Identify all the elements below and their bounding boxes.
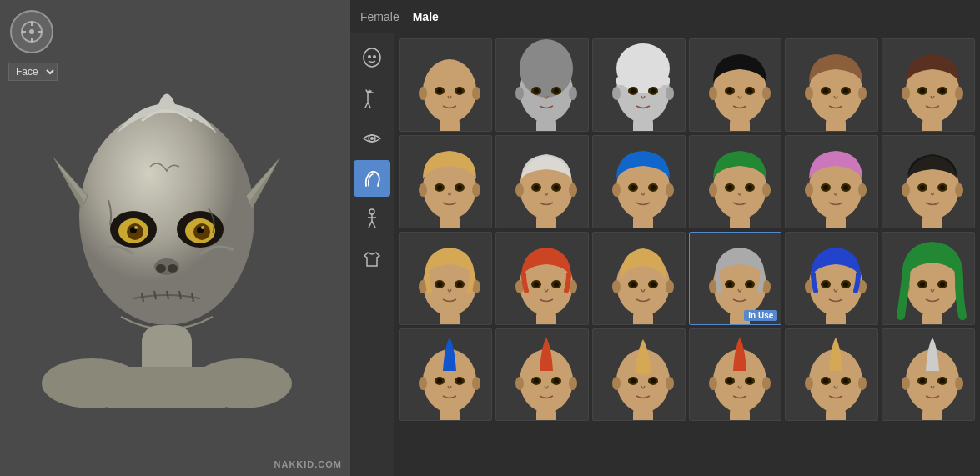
hair-cell[interactable] [495, 328, 589, 422]
svg-point-145 [457, 282, 462, 287]
hair-cell[interactable] [592, 38, 686, 132]
hair-cell[interactable] [399, 232, 492, 325]
rotate-control[interactable] [10, 10, 53, 53]
hair-grid-panel: In Use [394, 33, 980, 476]
svg-point-117 [762, 183, 771, 197]
svg-point-93 [472, 183, 480, 197]
svg-point-58 [612, 87, 621, 100]
svg-point-85 [955, 87, 963, 100]
svg-point-45 [437, 88, 442, 93]
svg-point-125 [858, 183, 867, 197]
svg-point-192 [437, 378, 442, 383]
hair-category-icon[interactable] [354, 160, 390, 197]
svg-rect-61 [616, 77, 670, 85]
svg-point-50 [569, 87, 577, 100]
svg-point-100 [515, 183, 524, 197]
svg-point-108 [612, 183, 621, 197]
gender-tabs: Female Male [350, 0, 980, 33]
svg-point-233 [940, 378, 945, 383]
svg-point-49 [515, 87, 524, 100]
svg-point-77 [858, 87, 867, 100]
svg-point-33 [370, 137, 374, 140]
svg-point-229 [955, 377, 963, 390]
svg-point-157 [666, 280, 674, 293]
svg-point-105 [554, 185, 559, 190]
hair-cell[interactable] [592, 135, 686, 228]
svg-point-188 [419, 377, 427, 390]
svg-point-92 [419, 183, 427, 197]
in-use-badge: In Use [744, 310, 777, 321]
svg-point-80 [823, 88, 828, 93]
svg-point-217 [747, 378, 752, 383]
hair-cell[interactable] [592, 328, 686, 422]
hair-cell[interactable] [785, 38, 878, 132]
female-tab[interactable]: Female [360, 7, 400, 27]
svg-point-224 [823, 378, 828, 383]
hair-cell[interactable] [882, 135, 975, 228]
hair-cell[interactable] [399, 135, 492, 228]
hair-cell[interactable] [882, 328, 975, 422]
svg-point-76 [805, 87, 813, 100]
svg-point-176 [823, 282, 828, 287]
hair-cell[interactable] [785, 232, 878, 325]
svg-point-216 [727, 378, 732, 383]
svg-point-19 [168, 264, 178, 273]
hair-cell[interactable] [399, 328, 492, 422]
svg-point-81 [843, 88, 848, 93]
figure-category-icon[interactable] [354, 200, 390, 237]
svg-point-42 [472, 87, 480, 100]
svg-point-228 [902, 377, 910, 390]
svg-point-88 [920, 88, 925, 93]
svg-point-59 [666, 87, 674, 100]
svg-point-54 [534, 88, 539, 93]
svg-point-212 [709, 377, 717, 390]
svg-point-51 [520, 39, 573, 98]
hair-cell[interactable] [689, 328, 782, 422]
svg-point-40 [423, 59, 476, 123]
svg-point-221 [858, 377, 867, 390]
hair-cell[interactable] [689, 135, 782, 228]
main-content: In Use [350, 33, 980, 476]
face-category-icon[interactable] [354, 40, 390, 77]
svg-point-97 [457, 185, 462, 190]
hair-cell[interactable] [399, 38, 492, 132]
svg-point-18 [156, 264, 166, 273]
svg-point-137 [940, 185, 945, 190]
hair-cell[interactable] [882, 232, 975, 325]
svg-point-124 [805, 183, 813, 197]
svg-point-168 [727, 282, 732, 287]
hair-cell[interactable] [592, 232, 686, 325]
clothing-category-icon[interactable] [354, 240, 390, 277]
svg-rect-28 [108, 367, 225, 408]
hair-cell[interactable] [495, 135, 589, 228]
svg-point-104 [534, 185, 539, 190]
svg-point-201 [554, 378, 559, 383]
hair-cell[interactable] [785, 328, 878, 422]
svg-line-38 [372, 221, 375, 228]
svg-point-185 [940, 282, 945, 287]
right-panel: Female Male [350, 0, 980, 476]
body-category-icon[interactable] [354, 80, 390, 117]
svg-point-30 [368, 55, 371, 58]
hair-cell[interactable] [689, 38, 782, 132]
hair-cell[interactable] [495, 38, 589, 132]
svg-point-101 [569, 183, 577, 197]
svg-point-29 [364, 48, 380, 67]
svg-point-120 [727, 185, 732, 190]
hair-cell[interactable]: In Use [689, 232, 782, 325]
hair-cell[interactable] [495, 232, 589, 325]
svg-point-46 [457, 88, 462, 93]
svg-point-160 [631, 282, 636, 287]
hair-cell[interactable] [882, 38, 975, 132]
svg-point-68 [709, 87, 717, 100]
svg-point-200 [534, 378, 539, 383]
svg-point-65 [651, 88, 656, 93]
svg-point-116 [709, 183, 717, 197]
svg-point-161 [651, 282, 656, 287]
svg-point-73 [747, 88, 752, 93]
eye-category-icon[interactable] [354, 120, 390, 157]
male-tab[interactable]: Male [413, 7, 439, 27]
svg-point-177 [843, 282, 848, 287]
hair-cell[interactable] [785, 135, 878, 228]
svg-point-34 [369, 209, 374, 214]
